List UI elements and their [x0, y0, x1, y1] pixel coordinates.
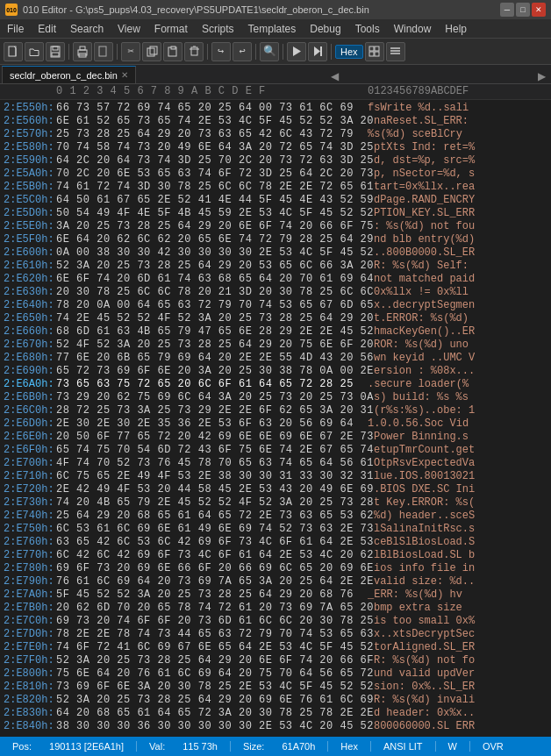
table-row[interactable]: 2:E570h: 25 73 28 25 64 29 20 73 63 65 4… [4, 128, 547, 141]
close-button[interactable]: ✕ [532, 3, 546, 17]
cut-button[interactable]: ✂ [121, 42, 140, 61]
new-button[interactable] [4, 42, 23, 61]
search-button[interactable]: 🔍 [260, 42, 279, 61]
table-row[interactable]: 2:E610h: 52 3A 20 25 73 28 25 64 29 20 5… [4, 260, 547, 273]
list-view-button[interactable] [386, 42, 405, 61]
save-button[interactable] [46, 42, 65, 61]
table-row[interactable]: 2:E840h: 38 30 30 30 36 30 30 30 30 30 2… [4, 720, 547, 733]
table-row[interactable]: 2:E680h: 77 6E 20 6B 65 79 69 64 20 2E 2… [4, 352, 547, 365]
table-row[interactable]: 2:E690h: 65 72 73 69 6F 6E 20 3A 20 25 3… [4, 365, 547, 378]
table-row[interactable]: 2:E7E0h: 74 6F 72 41 6C 69 67 6E 65 64 2… [4, 641, 547, 654]
addr-header-spacer [4, 85, 56, 98]
menu-format[interactable]: Format [147, 19, 195, 38]
table-row[interactable]: 2:E6C0h: 28 72 25 73 3A 25 73 29 2E 2E 6… [4, 404, 547, 417]
table-row[interactable]: 2:E600h: 0A 00 38 30 30 42 30 30 30 30 2… [4, 246, 547, 260]
menu-window[interactable]: Window [387, 19, 439, 38]
table-row[interactable]: 2:E6E0h: 20 50 6F 77 65 72 20 42 69 6E 6… [4, 431, 547, 444]
file2-button[interactable] [94, 42, 113, 61]
print-button[interactable] [73, 42, 92, 61]
ascii-text: x..decryptSegmen [374, 299, 488, 312]
table-row[interactable]: 2:E5C0h: 64 50 61 67 65 2E 52 41 4E 44 5… [4, 194, 547, 207]
table-row[interactable]: 2:E820h: 52 3A 20 25 73 28 25 64 29 20 6… [4, 694, 547, 707]
table-row[interactable]: 2:E640h: 78 20 0A 00 64 65 63 72 79 70 7… [4, 299, 547, 312]
table-row[interactable]: 2:E750h: 6C 53 61 6C 69 6E 61 49 6E 69 7… [4, 523, 547, 536]
table-row[interactable]: 2:E560h: 6E 61 52 65 73 65 74 2E 53 4C 5… [4, 115, 547, 128]
tab-scroll-right[interactable]: ▶ [535, 69, 549, 83]
table-row[interactable]: 2:E5E0h: 3A 20 25 73 28 25 64 29 20 6E 6… [4, 220, 547, 233]
table-row[interactable]: 2:E6F0h: 65 74 75 70 54 6D 72 43 6F 75 6… [4, 444, 547, 457]
table-row[interactable]: 2:E730h: 74 20 4B 65 79 2E 45 52 52 4F 5… [4, 496, 547, 510]
copy-button[interactable] [142, 42, 161, 61]
table-row[interactable]: 2:E650h: 74 2E 45 52 52 4F 52 3A 20 25 7… [4, 312, 547, 325]
table-row[interactable]: 2:E790h: 76 61 6C 69 64 20 73 69 7A 65 3… [4, 575, 547, 588]
editor-area[interactable]: 0 1 2 3 4 5 6 7 8 9 A B C D E F 01234567… [0, 84, 551, 737]
table-row[interactable]: 2:E740h: 25 64 29 20 68 65 61 64 65 72 2… [4, 510, 547, 523]
table-row[interactable]: 2:E810h: 73 69 6F 6E 3A 20 30 78 25 2E 5… [4, 681, 547, 694]
menu-tools[interactable]: Tools [348, 19, 387, 38]
close-tab-button[interactable]: ✕ [121, 70, 128, 80]
table-row[interactable]: 2:E5F0h: 6E 64 20 62 6C 62 20 65 6E 74 7… [4, 233, 547, 246]
grid-view-button[interactable] [365, 42, 384, 61]
table-row[interactable]: 2:E5A0h: 70 2C 20 6E 53 65 63 74 6F 72 3… [4, 168, 547, 181]
hex-bytes: 75 6E 64 20 76 61 6C 69 64 20 75 70 64 5… [56, 667, 374, 681]
table-row[interactable]: 2:E670h: 52 4F 52 3A 20 25 73 28 25 64 2… [4, 339, 547, 352]
table-row[interactable]: 2:E6D0h: 2E 30 2E 30 2E 35 36 2E 53 6F 6… [4, 417, 547, 431]
tab-scroll-left[interactable]: ◀ [327, 69, 341, 83]
table-row[interactable]: 2:E700h: 4F 74 70 52 73 76 45 78 70 65 6… [4, 457, 547, 470]
table-row[interactable]: 2:E830h: 64 20 68 65 61 64 65 72 3A 20 3… [4, 707, 547, 720]
paste-button[interactable] [163, 42, 182, 61]
table-row[interactable]: 2:E580h: 70 74 58 74 73 20 49 6E 64 3A 2… [4, 141, 547, 154]
step-button[interactable] [308, 42, 327, 61]
menu-view[interactable]: View [111, 19, 147, 38]
hex-address: 2:E740h: [4, 510, 56, 523]
table-row[interactable]: 2:E7D0h: 78 2E 2E 78 74 73 44 65 63 72 7… [4, 628, 547, 641]
table-row[interactable]: 2:E7A0h: 5F 45 52 52 3A 20 25 73 28 25 6… [4, 588, 547, 602]
active-tab[interactable]: secldr_oberon_c_dec.bin ✕ [2, 66, 136, 83]
menu-debug[interactable]: Debug [303, 19, 347, 38]
hex-bytes: 69 6F 73 20 69 6E 66 6F 20 66 69 6C 65 2… [56, 562, 374, 575]
table-row[interactable]: 2:E7C0h: 69 73 20 74 6F 6F 20 73 6D 61 6… [4, 615, 547, 628]
ascii-text: _ERR: %s(%d) hv [368, 588, 482, 602]
table-row[interactable]: 2:E800h: 75 6E 64 20 76 61 6C 69 64 20 7… [4, 667, 547, 681]
maximize-button[interactable]: □ [516, 3, 530, 17]
hex-bytes: 25 73 28 25 64 29 20 73 63 65 42 6C 43 7… [56, 128, 368, 141]
hex-address: 2:E580h: [4, 141, 56, 154]
hex-bytes: 78 20 0A 00 64 65 63 72 79 70 74 53 65 6… [56, 299, 374, 312]
menu-help[interactable]: Help [438, 19, 474, 38]
run-script-button[interactable] [287, 42, 306, 61]
svg-rect-12 [191, 47, 197, 55]
menu-search[interactable]: Search [63, 19, 111, 38]
undo-button[interactable]: ↩ [211, 42, 231, 61]
table-row[interactable]: 2:E630h: 20 30 78 25 6C 6C 78 20 21 3D 2… [4, 286, 547, 299]
table-row[interactable]: 2:E5D0h: 50 54 49 4F 4E 5F 4B 45 59 2E 5… [4, 207, 547, 220]
table-row[interactable]: 2:E710h: 6C 75 65 2E 49 4F 53 2E 38 30 3… [4, 470, 547, 483]
w-label: W [443, 741, 462, 752]
table-row[interactable]: 2:E6B0h: 73 29 20 62 75 69 6C 64 3A 20 2… [4, 391, 547, 404]
table-row[interactable]: 2:E760h: 63 65 42 6C 53 6C 42 69 6F 73 4… [4, 536, 547, 549]
table-row[interactable]: 2:E720h: 2E 42 49 4F 53 20 44 58 45 2E 5… [4, 483, 547, 496]
table-row[interactable]: 2:E590h: 64 2C 20 64 73 74 3D 25 70 2C 2… [4, 154, 547, 168]
menu-templates[interactable]: Templates [241, 19, 304, 38]
table-row[interactable]: 2:E7B0h: 20 62 6D 70 20 65 78 74 72 61 2… [4, 602, 547, 615]
table-row[interactable]: 2:E7F0h: 52 3A 20 25 73 28 25 64 29 20 6… [4, 654, 547, 667]
table-row[interactable]: 2:E620h: 6E 6F 74 20 6D 61 74 63 68 65 6… [4, 273, 547, 286]
hex-address: 2:E6D0h: [4, 417, 56, 431]
hex-view[interactable]: 2:E550h: 66 73 57 72 69 74 65 20 25 64 0… [0, 100, 551, 737]
open-button[interactable] [25, 42, 44, 61]
menu-edit[interactable]: Edit [31, 19, 63, 38]
delete-button[interactable] [184, 42, 204, 61]
hex-bytes: 2E 30 2E 30 2E 35 36 2E 53 6F 63 20 56 6… [56, 417, 368, 431]
menu-scripts[interactable]: Scripts [195, 19, 241, 38]
minimize-button[interactable]: ─ [500, 3, 514, 17]
table-row[interactable]: 2:E780h: 69 6F 73 20 69 6E 66 6F 20 66 6… [4, 562, 547, 575]
hex-mode-button[interactable]: Hex [335, 45, 363, 59]
table-row[interactable]: 2:E770h: 6C 42 6C 42 69 6F 73 4C 6F 61 6… [4, 549, 547, 562]
table-row[interactable]: 2:E6A0h: 73 65 63 75 72 65 20 6C 6F 61 6… [4, 378, 547, 391]
hex-address: 2:E830h: [4, 707, 56, 720]
ascii-text: R: %s(%d) invali [374, 694, 488, 707]
menu-file[interactable]: File [0, 19, 31, 38]
table-row[interactable]: 2:E5B0h: 74 61 72 74 3D 30 78 25 6C 6C 7… [4, 181, 547, 194]
redo-button[interactable]: ↩ [233, 42, 252, 61]
table-row[interactable]: 2:E660h: 68 6D 61 63 4B 65 79 47 65 6E 2… [4, 325, 547, 339]
table-row[interactable]: 2:E550h: 66 73 57 72 69 74 65 20 25 64 0… [4, 102, 547, 115]
